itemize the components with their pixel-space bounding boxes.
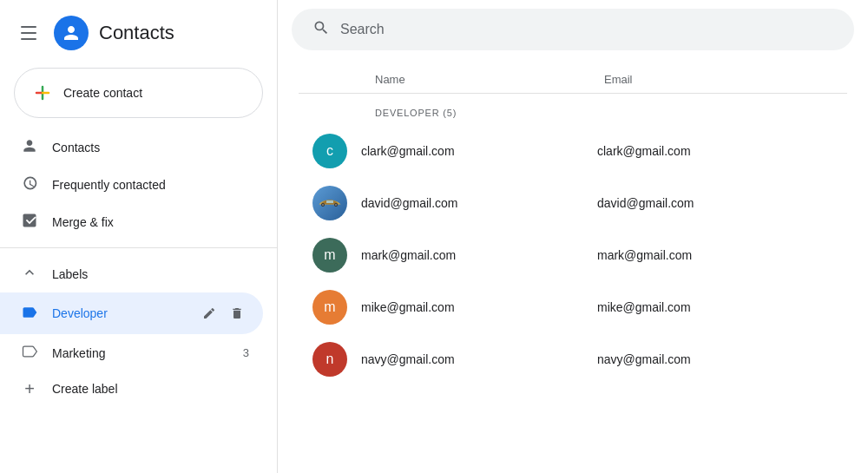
app-title: Contacts — [99, 22, 174, 44]
person-icon — [21, 137, 38, 157]
labels-section-label: Labels — [52, 267, 88, 281]
contacts-list: c clark@gmail.com clark@gmail.com david@… — [299, 125, 847, 385]
create-label-plus-icon: + — [21, 380, 38, 397]
contact-info: clark@gmail.com clark@gmail.com — [361, 144, 833, 158]
contact-avatar: c — [312, 134, 347, 168]
history-icon — [21, 174, 38, 194]
contact-name: clark@gmail.com — [361, 144, 597, 158]
app-logo — [54, 16, 89, 50]
contact-row[interactable]: m mike@gmail.com mike@gmail.com — [299, 281, 847, 333]
label-marketing-text: Marketing — [52, 346, 229, 360]
contact-row[interactable]: m mark@gmail.com mark@gmail.com — [299, 229, 847, 281]
contact-avatar: n — [312, 342, 347, 377]
contact-email: mark@gmail.com — [597, 248, 833, 262]
svg-point-6 — [335, 204, 337, 206]
label-active-icon — [21, 304, 38, 324]
nav-frequently-contacted-label: Frequently contacted — [52, 178, 166, 192]
label-marketing[interactable]: Marketing 3 — [0, 334, 263, 371]
labels-section-header[interactable]: Labels — [0, 255, 277, 292]
nav-merge-fix[interactable]: Merge & fix — [0, 203, 263, 240]
create-contact-button[interactable]: Create contact — [14, 68, 263, 118]
contacts-content: Name Email Developer (5) c clark@gmail.c… — [278, 59, 868, 473]
nav-merge-fix-label: Merge & fix — [52, 215, 114, 229]
search-input[interactable] — [340, 22, 833, 37]
contact-name: david@gmail.com — [361, 196, 597, 210]
google-plus-icon — [32, 82, 53, 103]
search-bar[interactable] — [292, 9, 854, 50]
contact-email: david@gmail.com — [597, 196, 833, 210]
contact-avatar-wrapper: c — [312, 134, 347, 168]
group-label: Developer (5) — [299, 97, 847, 125]
contact-info: david@gmail.com david@gmail.com — [361, 196, 833, 210]
contact-avatar-wrapper: m — [312, 290, 347, 325]
table-header: Name Email — [299, 66, 847, 94]
merge-icon — [21, 212, 38, 232]
contact-row[interactable]: c clark@gmail.com clark@gmail.com — [299, 125, 847, 177]
contact-info: navy@gmail.com navy@gmail.com — [361, 352, 833, 366]
search-icon — [312, 19, 330, 40]
svg-point-4 — [322, 204, 324, 206]
contact-info: mike@gmail.com mike@gmail.com — [361, 300, 833, 314]
nav-frequently-contacted[interactable]: Frequently contacted — [0, 166, 263, 203]
contact-avatar-wrapper — [312, 186, 347, 220]
contacts-logo-icon — [61, 23, 82, 43]
contact-avatar: m — [312, 290, 347, 325]
sidebar: Contacts Create contact Contacts Frequen… — [0, 0, 278, 473]
label-developer-delete-button[interactable] — [225, 301, 249, 325]
contact-email: navy@gmail.com — [597, 352, 833, 366]
contact-email: clark@gmail.com — [597, 144, 833, 158]
contact-avatar-wrapper: n — [312, 342, 347, 377]
contact-email: mike@gmail.com — [597, 300, 833, 314]
create-contact-label: Create contact — [63, 86, 142, 100]
label-marketing-icon — [21, 343, 38, 363]
app-header: Contacts — [0, 9, 277, 64]
contact-name: navy@gmail.com — [361, 352, 597, 366]
nav-contacts[interactable]: Contacts — [0, 128, 263, 166]
contact-info: mark@gmail.com mark@gmail.com — [361, 248, 833, 262]
label-developer-text: Developer — [52, 306, 183, 320]
contact-avatar: m — [312, 238, 347, 273]
label-marketing-count: 3 — [243, 346, 249, 359]
hamburger-menu[interactable] — [14, 19, 43, 47]
contact-name: mike@gmail.com — [361, 300, 597, 314]
create-label-text: Create label — [52, 382, 118, 396]
sidebar-divider — [0, 247, 277, 248]
contact-name: mark@gmail.com — [361, 248, 597, 262]
nav-contacts-label: Contacts — [52, 141, 100, 154]
label-developer[interactable]: Developer — [0, 292, 263, 334]
col-name-header: Name — [312, 73, 604, 86]
contact-row[interactable]: david@gmail.com david@gmail.com — [299, 177, 847, 229]
create-label[interactable]: + Create label — [0, 371, 263, 406]
contact-row[interactable]: n navy@gmail.com navy@gmail.com — [299, 333, 847, 385]
contact-avatar-wrapper: m — [312, 238, 347, 273]
svg-rect-7 — [326, 200, 333, 203]
label-developer-edit-button[interactable] — [197, 301, 221, 325]
main-content: Name Email Developer (5) c clark@gmail.c… — [278, 0, 868, 473]
col-email-header: Email — [604, 73, 833, 86]
chevron-up-icon — [21, 264, 38, 284]
label-developer-actions — [197, 301, 249, 325]
